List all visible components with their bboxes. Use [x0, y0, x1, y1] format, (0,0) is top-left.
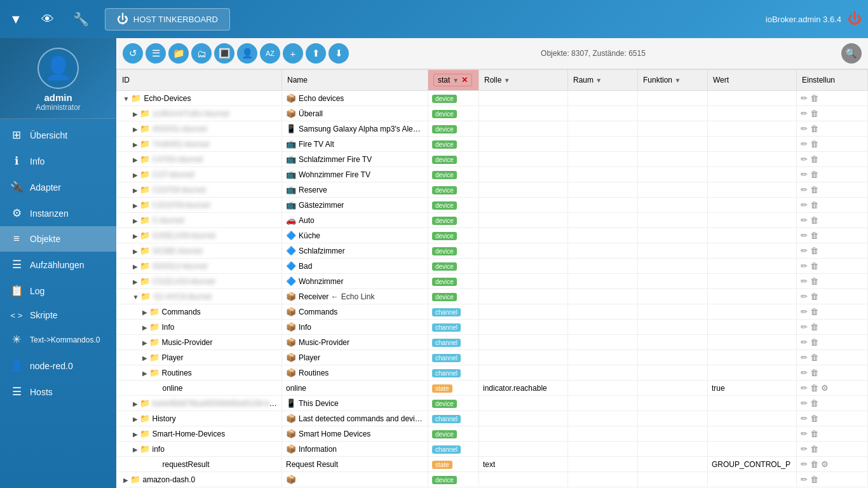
- block-button[interactable]: 🔳: [214, 43, 234, 64]
- delete-icon[interactable]: 🗑: [810, 337, 818, 347]
- tree-toggle[interactable]: ▶: [133, 278, 138, 285]
- edit-icon[interactable]: ✏: [801, 414, 808, 423]
- tree-toggle[interactable]: ▶: [142, 339, 147, 346]
- delete-icon[interactable]: 🗑: [810, 109, 818, 118]
- sidebar-item-node-red[interactable]: 👤 node-red.0: [0, 353, 116, 379]
- delete-icon[interactable]: 🗑: [810, 200, 818, 210]
- sidebar-item-objekte[interactable]: ≡ Objekte: [0, 226, 116, 252]
- az-button[interactable]: AZ: [260, 43, 280, 64]
- delete-icon[interactable]: 🗑: [810, 383, 818, 393]
- edit-icon[interactable]: ✏: [801, 444, 808, 454]
- copy-button[interactable]: 🗂: [191, 43, 212, 64]
- tree-toggle[interactable]: ▶: [133, 248, 138, 255]
- folder-button[interactable]: 📁: [168, 43, 189, 64]
- edit-icon[interactable]: ✏: [801, 353, 808, 362]
- sidebar-item-adapter[interactable]: 🔌 Adapter: [0, 174, 116, 200]
- tree-toggle[interactable]: ▶: [133, 400, 138, 407]
- tree-toggle[interactable]: ▶: [133, 431, 138, 438]
- edit-icon[interactable]: ✏: [801, 154, 808, 164]
- delete-icon[interactable]: 🗑: [810, 444, 818, 454]
- delete-icon[interactable]: 🗑: [810, 322, 818, 332]
- tree-toggle[interactable]: ▶: [133, 126, 138, 133]
- tree-toggle[interactable]: ▶: [133, 111, 138, 118]
- delete-icon[interactable]: 🗑: [810, 353, 818, 362]
- tree-toggle[interactable]: ▶: [133, 446, 138, 453]
- delete-icon[interactable]: 🗑: [810, 307, 818, 316]
- delete-icon[interactable]: 🗑: [810, 276, 818, 286]
- edit-icon[interactable]: ✏: [801, 185, 808, 194]
- edit-icon[interactable]: ✏: [801, 170, 808, 179]
- edit-icon[interactable]: ✏: [801, 261, 808, 271]
- delete-icon[interactable]: 🗑: [810, 139, 818, 149]
- tree-toggle[interactable]: ▶: [133, 141, 138, 148]
- sidebar-item-log[interactable]: 📋 Log: [0, 278, 116, 304]
- tree-toggle[interactable]: ▼: [123, 95, 130, 102]
- menu-icon[interactable]: ▼: [6, 9, 25, 30]
- edit-icon[interactable]: ✏: [801, 276, 808, 286]
- edit-icon[interactable]: ✏: [801, 215, 808, 225]
- delete-icon[interactable]: 🗑: [810, 459, 818, 469]
- edit-icon[interactable]: ✏: [801, 200, 808, 210]
- tree-toggle[interactable]: ▶: [133, 263, 138, 270]
- edit-icon[interactable]: ✏: [801, 459, 808, 469]
- edit-icon[interactable]: ✏: [801, 292, 808, 301]
- tree-toggle[interactable]: ▶: [142, 355, 147, 362]
- sidebar-item-skripte[interactable]: < > Skripte: [0, 304, 116, 327]
- sidebar-item-info[interactable]: ℹ Info: [0, 148, 116, 174]
- edit-icon[interactable]: ✏: [801, 231, 808, 240]
- delete-icon[interactable]: 🗑: [810, 261, 818, 271]
- edit-icon[interactable]: ✏: [801, 368, 808, 377]
- edit-icon[interactable]: ✏: [801, 93, 808, 103]
- delete-icon[interactable]: 🗑: [810, 154, 818, 164]
- tree-toggle[interactable]: ▶: [133, 217, 138, 224]
- stat-sort-icon[interactable]: ▼: [452, 77, 459, 84]
- edit-icon[interactable]: ✏: [801, 322, 808, 332]
- edit-icon[interactable]: ✏: [801, 383, 808, 393]
- delete-icon[interactable]: 🗑: [810, 368, 818, 377]
- list-button[interactable]: ☰: [146, 43, 166, 64]
- settings-icon[interactable]: ⚙: [821, 459, 829, 469]
- tree-toggle[interactable]: ▶: [142, 309, 147, 316]
- add-button[interactable]: +: [283, 43, 303, 64]
- settings-icon[interactable]: ⚙: [821, 383, 829, 393]
- delete-icon[interactable]: 🗑: [810, 414, 818, 423]
- upload-button[interactable]: ⬆: [306, 43, 326, 64]
- tree-toggle[interactable]: ▼: [133, 294, 139, 301]
- edit-icon[interactable]: ✏: [801, 109, 808, 118]
- eye-icon[interactable]: 👁: [38, 9, 57, 30]
- tree-toggle[interactable]: ▶: [133, 172, 138, 179]
- edit-icon[interactable]: ✏: [801, 475, 808, 484]
- edit-icon[interactable]: ✏: [801, 139, 808, 149]
- tree-toggle[interactable]: ▶: [133, 156, 138, 163]
- delete-icon[interactable]: 🗑: [810, 93, 818, 103]
- edit-icon[interactable]: ✏: [801, 124, 808, 133]
- tree-toggle[interactable]: ▶: [133, 233, 138, 240]
- edit-icon[interactable]: ✏: [801, 246, 808, 255]
- sidebar-item-text-kommandos[interactable]: ✳ Text->Kommandos.0: [0, 327, 116, 353]
- edit-icon[interactable]: ✏: [801, 429, 808, 438]
- sidebar-item-aufzaehlungen[interactable]: ☰ Aufzählungen: [0, 252, 116, 278]
- delete-icon[interactable]: 🗑: [810, 170, 818, 179]
- delete-icon[interactable]: 🗑: [810, 231, 818, 240]
- power-icon[interactable]: ⏻: [848, 11, 862, 27]
- tree-toggle[interactable]: ▶: [142, 370, 147, 377]
- wrench-icon[interactable]: 🔧: [70, 8, 92, 30]
- delete-icon[interactable]: 🗑: [810, 398, 818, 408]
- delete-icon[interactable]: 🗑: [810, 246, 818, 255]
- tree-toggle[interactable]: ▶: [142, 324, 147, 331]
- tree-toggle[interactable]: ▶: [133, 416, 138, 423]
- host-button[interactable]: ⏻ HOST TINKERBOARD: [105, 8, 230, 30]
- user-button[interactable]: 👤: [237, 43, 257, 64]
- search-button[interactable]: 🔍: [841, 43, 862, 64]
- download-button[interactable]: ⬇: [329, 43, 349, 64]
- refresh-button[interactable]: ↺: [123, 43, 143, 64]
- delete-icon[interactable]: 🗑: [810, 215, 818, 225]
- tree-toggle[interactable]: ▶: [133, 187, 138, 194]
- edit-icon[interactable]: ✏: [801, 307, 808, 316]
- delete-icon[interactable]: 🗑: [810, 185, 818, 194]
- sidebar-item-instanzen[interactable]: ⚙ Instanzen: [0, 200, 116, 226]
- sidebar-item-hosts[interactable]: ☰ Hosts: [0, 379, 116, 405]
- tree-toggle[interactable]: ▶: [133, 202, 138, 209]
- delete-icon[interactable]: 🗑: [810, 124, 818, 133]
- delete-icon[interactable]: 🗑: [810, 475, 818, 484]
